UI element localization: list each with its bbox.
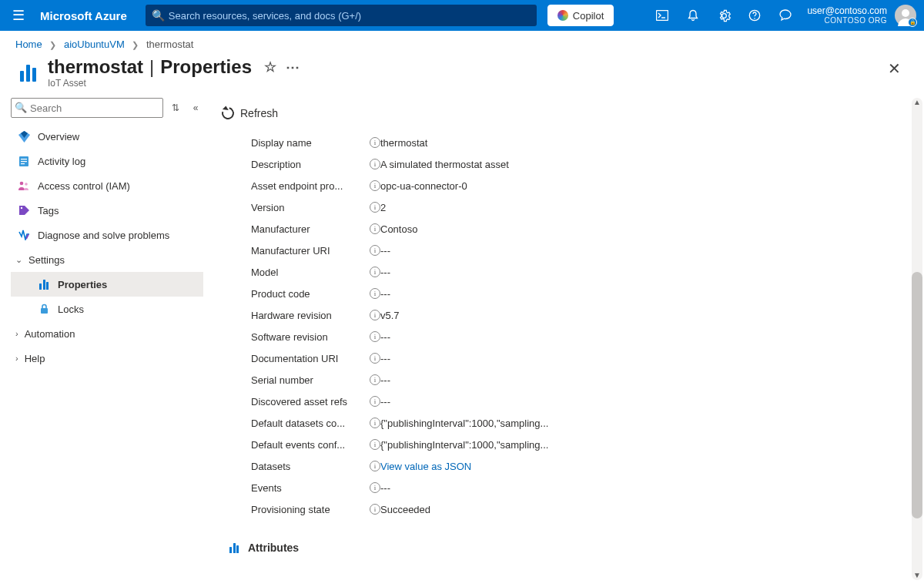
nav-group-help[interactable]: › Help — [11, 346, 203, 371]
favorite-star-icon[interactable]: ☆ — [264, 59, 276, 75]
notifications-icon[interactable] — [678, 0, 708, 31]
property-label: Datasets — [251, 461, 365, 472]
nav-access-control[interactable]: Access control (IAM) — [11, 173, 203, 198]
svg-point-3 — [755, 18, 756, 19]
property-label: Software revision — [251, 331, 365, 343]
property-row: Serial numberi--- — [251, 369, 909, 391]
left-nav: 🔍 ⇅ « Overview Activity log Access contr… — [0, 98, 203, 585]
info-icon[interactable]: i — [370, 353, 380, 364]
info-icon[interactable]: i — [370, 245, 380, 256]
nav-label: Properties — [58, 279, 107, 290]
nav-search[interactable]: 🔍 — [11, 98, 163, 118]
feedback-icon[interactable] — [770, 0, 801, 31]
property-value: opc-ua-connector-0 — [380, 180, 467, 192]
nav-properties[interactable]: Properties — [11, 272, 203, 297]
property-label: Provisioning state — [251, 504, 365, 515]
brand-label[interactable]: Microsoft Azure — [40, 9, 127, 22]
nav-group-automation[interactable]: › Automation — [11, 321, 203, 346]
info-icon[interactable]: i — [370, 418, 380, 428]
info-icon[interactable]: i — [370, 180, 380, 191]
content-pane: Refresh Display nameithermostatDescripti… — [203, 98, 924, 585]
info-icon[interactable]: i — [370, 482, 380, 493]
svg-point-11 — [20, 207, 22, 209]
property-value: --- — [380, 267, 390, 278]
nav-group-settings[interactable]: ⌄ Settings — [11, 247, 203, 272]
nav-label: Diagnose and solve problems — [38, 230, 169, 241]
close-blade-icon[interactable]: ✕ — [888, 59, 901, 78]
avatar-badge-lock-icon: 🔒 — [908, 18, 917, 27]
property-label: Model — [251, 267, 365, 278]
property-label: Default datasets co... — [251, 418, 365, 429]
property-value: A simulated thermostat asset — [380, 159, 509, 170]
info-icon[interactable]: i — [370, 504, 380, 515]
copilot-icon — [557, 10, 568, 21]
info-icon[interactable]: i — [370, 374, 380, 385]
refresh-button[interactable]: Refresh — [222, 107, 278, 119]
info-icon[interactable]: i — [370, 396, 380, 407]
breadcrumb: Home ❯ aioUbuntuVM ❯ thermostat — [0, 31, 924, 55]
iam-icon — [18, 179, 30, 192]
scrollbar-up-icon[interactable]: ▲ — [912, 98, 922, 107]
svg-rect-0 — [657, 11, 668, 21]
hamburger-menu-icon[interactable]: ☰ — [0, 7, 37, 24]
page-name: Properties — [160, 56, 252, 78]
scrollbar-down-icon[interactable]: ▼ — [912, 571, 922, 580]
nav-search-input[interactable] — [11, 98, 163, 118]
properties-scroll-area: Display nameithermostatDescriptioniA sim… — [222, 129, 909, 585]
global-search-input[interactable] — [146, 5, 537, 26]
scrollbar-thumb[interactable] — [912, 272, 922, 518]
main-area: 🔍 ⇅ « Overview Activity log Access contr… — [0, 98, 924, 585]
property-label: Manufacturer — [251, 223, 365, 235]
avatar[interactable]: 🔒 — [895, 5, 916, 26]
property-label: Documentation URI — [251, 353, 365, 364]
svg-rect-12 — [41, 308, 48, 314]
property-row: Asset endpoint pro...iopc-ua-connector-0 — [251, 175, 909, 196]
svg-rect-6 — [21, 159, 27, 159]
refresh-label: Refresh — [240, 107, 278, 119]
property-value-link[interactable]: View value as JSON — [380, 461, 471, 472]
info-icon[interactable]: i — [370, 159, 380, 169]
section-attributes: Attributes — [228, 542, 909, 554]
property-row: Versioni2 — [251, 196, 909, 218]
property-row: Default datasets co...i{"publishingInter… — [251, 412, 909, 434]
info-icon[interactable]: i — [370, 461, 380, 471]
breadcrumb-home[interactable]: Home — [15, 39, 42, 50]
property-value: --- — [380, 245, 390, 257]
info-icon[interactable]: i — [370, 310, 380, 320]
nav-tags[interactable]: Tags — [11, 198, 203, 223]
resource-name: thermostat — [48, 56, 143, 78]
nav-diagnose[interactable]: Diagnose and solve problems — [11, 223, 203, 247]
section-label: Attributes — [248, 542, 299, 554]
cloud-shell-icon[interactable] — [647, 0, 678, 31]
svg-point-9 — [20, 182, 24, 186]
help-icon[interactable] — [739, 0, 770, 31]
nav-activity-log[interactable]: Activity log — [11, 149, 203, 173]
nav-label: Overview — [38, 131, 79, 143]
property-value: Contoso — [380, 223, 417, 235]
info-icon[interactable]: i — [370, 137, 380, 148]
nav-collapse-icon[interactable]: « — [188, 102, 203, 113]
svg-rect-7 — [21, 161, 27, 162]
info-icon[interactable]: i — [370, 267, 380, 277]
breadcrumb-parent[interactable]: aioUbuntuVM — [64, 39, 125, 50]
info-icon[interactable]: i — [370, 439, 380, 450]
property-label: Manufacturer URI — [251, 245, 365, 257]
nav-sort-icon[interactable]: ⇅ — [168, 102, 183, 113]
global-search[interactable]: 🔍 — [146, 5, 537, 26]
info-icon[interactable]: i — [370, 288, 380, 299]
blade-header: thermostat | Properties ☆ ⋯ IoT Asset ✕ — [0, 55, 924, 98]
nav-label: Access control (IAM) — [38, 180, 130, 192]
property-label: Description — [251, 159, 365, 170]
chevron-right-icon: › — [15, 329, 18, 338]
nav-overview[interactable]: Overview — [11, 124, 203, 149]
more-menu-icon[interactable]: ⋯ — [286, 59, 300, 75]
info-icon[interactable]: i — [370, 202, 380, 213]
nav-locks[interactable]: Locks — [11, 297, 203, 321]
nav-label: Locks — [58, 304, 84, 315]
copilot-button[interactable]: Copilot — [547, 5, 614, 26]
info-icon[interactable]: i — [370, 331, 380, 342]
nav-label: Settings — [28, 254, 65, 266]
settings-gear-icon[interactable] — [708, 0, 739, 31]
info-icon[interactable]: i — [370, 223, 380, 234]
user-info[interactable]: user@contoso.com CONTOSO ORG — [807, 6, 887, 25]
